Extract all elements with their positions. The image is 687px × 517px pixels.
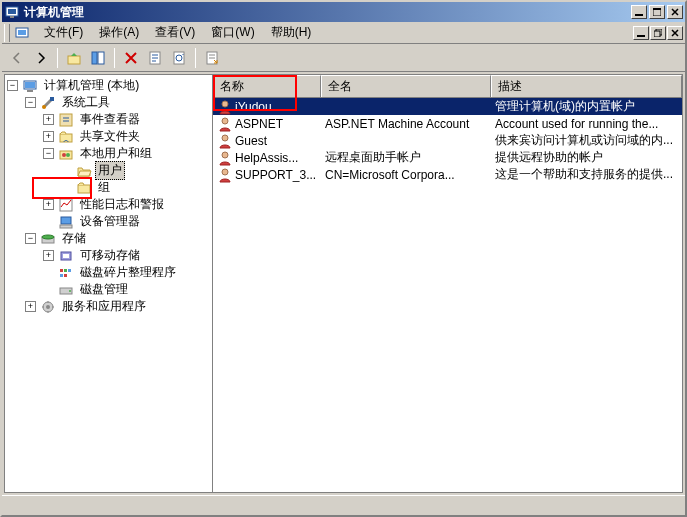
tree-device-mgr[interactable]: 设备管理器 [43, 213, 210, 230]
svg-point-21 [42, 105, 46, 109]
users-groups-icon [58, 146, 74, 162]
svg-point-49 [222, 169, 228, 175]
svg-point-44 [46, 305, 50, 309]
mdi-minimize-button[interactable] [633, 26, 649, 40]
list-pane[interactable]: 名称 全名 描述 iYudou管理计算机(域)的内置帐户ASPNETASP.NE… [213, 75, 682, 492]
menu-window[interactable]: 窗口(W) [203, 22, 262, 43]
svg-rect-11 [68, 56, 80, 64]
list-row[interactable]: ASPNETASP.NET Machine AccountAccount use… [213, 115, 682, 132]
folder-icon [76, 180, 92, 196]
svg-rect-19 [25, 82, 35, 88]
tree-users[interactable]: 用户 [61, 162, 210, 179]
export-button[interactable] [201, 47, 223, 69]
tree-groups[interactable]: 组 [61, 179, 210, 196]
list-row[interactable]: HelpAssis...远程桌面助手帐户提供远程协助的帐户 [213, 149, 682, 166]
svg-point-47 [222, 135, 228, 141]
svg-rect-28 [78, 185, 90, 193]
svg-rect-13 [98, 52, 104, 64]
device-icon [58, 214, 74, 230]
services-icon [40, 299, 56, 315]
cell-desc: 管理计算机(域)的内置帐户 [491, 98, 682, 115]
expand-icon[interactable]: + [43, 114, 54, 125]
list-row[interactable]: Guest供来宾访问计算机或访问域的内... [213, 132, 682, 149]
cell-desc: 提供远程协助的帐户 [491, 149, 682, 166]
cell-name: ASPNET [213, 116, 321, 132]
svg-rect-23 [60, 114, 72, 126]
maximize-button[interactable] [649, 5, 665, 19]
tree-removable[interactable]: + 可移动存储 [43, 247, 210, 264]
content-area: − 计算机管理 (本地) − 系统工具 + 事件查看器 [4, 74, 683, 493]
folder-open-icon [76, 163, 92, 179]
properties-button[interactable] [144, 47, 166, 69]
expand-icon[interactable]: + [25, 301, 36, 312]
menu-view[interactable]: 查看(V) [147, 22, 203, 43]
up-button[interactable] [63, 47, 85, 69]
expand-icon[interactable]: + [43, 131, 54, 142]
mdi-restore-button[interactable] [650, 26, 666, 40]
main-window: 计算机管理 文件(F) 操作(A) 查看(V) 窗口(W) 帮助(H) [0, 0, 687, 517]
svg-point-46 [222, 118, 228, 124]
toolbar [2, 44, 685, 72]
svg-point-33 [42, 235, 54, 239]
svg-rect-1 [8, 9, 16, 14]
tree-root[interactable]: − 计算机管理 (本地) [7, 77, 210, 94]
cell-desc: Account used for running the... [491, 117, 682, 131]
svg-rect-30 [61, 217, 71, 224]
refresh-button[interactable] [168, 47, 190, 69]
tree-storage[interactable]: − 存储 [25, 230, 210, 247]
tree-services-apps[interactable]: + 服务和应用程序 [25, 298, 210, 315]
svg-rect-36 [60, 269, 63, 272]
cell-name: SUPPORT_3... [213, 167, 321, 183]
show-hide-tree-button[interactable] [87, 47, 109, 69]
minimize-button[interactable] [631, 5, 647, 19]
window-title: 计算机管理 [24, 4, 631, 21]
collapse-icon[interactable]: − [25, 97, 36, 108]
storage-icon [40, 231, 56, 247]
menu-action[interactable]: 操作(A) [91, 22, 147, 43]
menubar: 文件(F) 操作(A) 查看(V) 窗口(W) 帮助(H) [2, 22, 685, 44]
delete-button[interactable] [120, 47, 142, 69]
close-button[interactable] [667, 5, 683, 19]
menu-help[interactable]: 帮助(H) [263, 22, 320, 43]
svg-rect-22 [50, 97, 54, 101]
collapse-icon[interactable]: − [7, 80, 18, 91]
cell-fullname: ASP.NET Machine Account [321, 117, 491, 131]
menu-file[interactable]: 文件(F) [36, 22, 91, 43]
forward-button[interactable] [30, 47, 52, 69]
cell-name: Guest [213, 133, 321, 149]
column-desc[interactable]: 描述 [491, 75, 682, 97]
svg-rect-5 [653, 8, 661, 10]
tree-local-users-groups[interactable]: − 本地用户和组 [43, 145, 210, 162]
tree-system-tools[interactable]: − 系统工具 [25, 94, 210, 111]
list-header: 名称 全名 描述 [213, 75, 682, 98]
tree-perf-logs[interactable]: + 性能日志和警报 [43, 196, 210, 213]
cell-fullname: 远程桌面助手帐户 [321, 149, 491, 166]
collapse-icon[interactable]: − [25, 233, 36, 244]
expand-icon[interactable]: + [43, 250, 54, 261]
user-icon [217, 116, 233, 132]
user-icon [217, 133, 233, 149]
tree-pane[interactable]: − 计算机管理 (本地) − 系统工具 + 事件查看器 [5, 75, 213, 492]
expand-icon[interactable]: + [43, 199, 54, 210]
svg-rect-10 [654, 31, 660, 37]
svg-rect-40 [64, 274, 67, 277]
tree-disk-mgmt[interactable]: 磁盘管理 [43, 281, 210, 298]
list-row[interactable]: iYudou管理计算机(域)的内置帐户 [213, 98, 682, 115]
column-fullname[interactable]: 全名 [321, 75, 491, 97]
list-row[interactable]: SUPPORT_3...CN=Microsoft Corpora...这是一个帮… [213, 166, 682, 183]
collapse-icon[interactable]: − [43, 148, 54, 159]
tree-shared-folders[interactable]: + 共享文件夹 [43, 128, 210, 145]
tree-event-viewer[interactable]: + 事件查看器 [43, 111, 210, 128]
tree-defrag[interactable]: 磁盘碎片整理程序 [43, 264, 210, 281]
svg-rect-39 [60, 274, 63, 277]
svg-point-48 [222, 152, 228, 158]
mdi-close-button[interactable] [667, 26, 683, 40]
removable-icon [58, 248, 74, 264]
titlebar: 计算机管理 [2, 2, 685, 22]
svg-rect-37 [64, 269, 67, 272]
column-name[interactable]: 名称 [213, 75, 321, 97]
svg-point-45 [222, 101, 228, 107]
cell-desc: 供来宾访问计算机或访问域的内... [491, 132, 682, 149]
app-icon [4, 4, 20, 20]
svg-rect-38 [68, 269, 71, 272]
